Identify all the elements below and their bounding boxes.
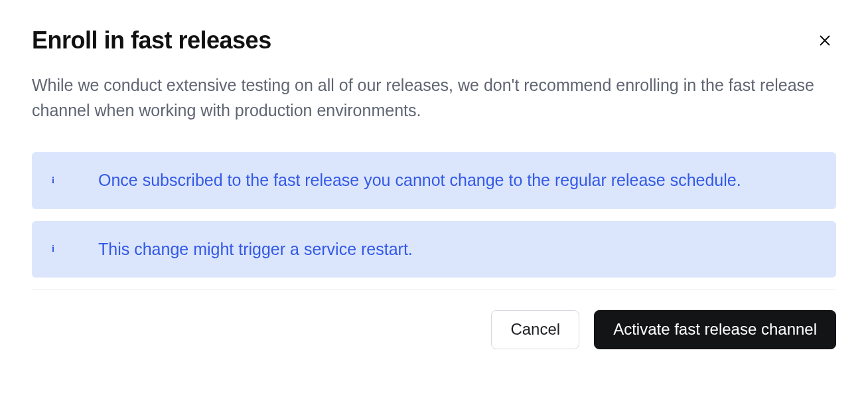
- info-icon: i: [52, 175, 98, 186]
- dialog-title: Enroll in fast releases: [32, 27, 271, 54]
- info-banner: i Once subscribed to the fast release yo…: [32, 152, 836, 209]
- info-banner-text: Once subscribed to the fast release you …: [98, 168, 816, 193]
- close-button[interactable]: [814, 29, 836, 52]
- divider: [32, 290, 836, 290]
- dialog-footer: Cancel Activate fast release channel: [32, 310, 836, 349]
- info-banner: i This change might trigger a service re…: [32, 221, 836, 278]
- dialog-header: Enroll in fast releases: [32, 27, 836, 54]
- enroll-dialog: Enroll in fast releases While we conduct…: [0, 0, 868, 381]
- dialog-description: While we conduct extensive testing on al…: [32, 73, 836, 123]
- activate-button[interactable]: Activate fast release channel: [594, 310, 836, 349]
- close-icon: [818, 33, 832, 48]
- cancel-button[interactable]: Cancel: [491, 310, 579, 349]
- info-icon: i: [52, 244, 98, 254]
- info-banner-text: This change might trigger a service rest…: [98, 237, 816, 262]
